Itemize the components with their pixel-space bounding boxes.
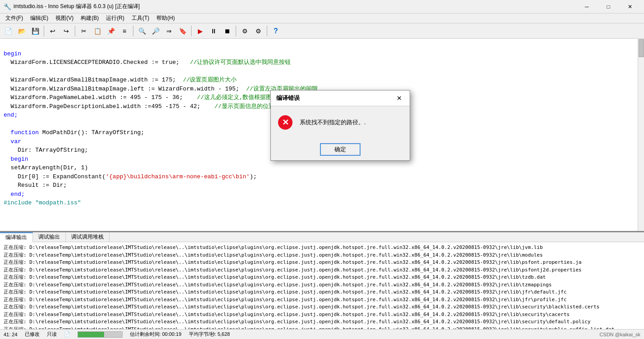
modal-title: 编译错误	[276, 94, 300, 102]
modal-body: ✕ 系统找不到指定的路径。.	[271, 106, 410, 139]
modal-footer: 确定	[271, 139, 410, 160]
modal-overlay: 编译错误 ✕ ✕ 系统找不到指定的路径。. 确定	[0, 0, 644, 339]
modal-message: 系统找不到指定的路径。.	[300, 118, 366, 127]
modal-title-bar: 编译错误 ✕	[271, 90, 410, 106]
modal-close-button[interactable]: ✕	[394, 93, 404, 103]
error-dialog: 编译错误 ✕ ✕ 系统找不到指定的路径。. 确定	[270, 90, 410, 161]
error-icon: ✕	[278, 115, 292, 130]
modal-ok-button[interactable]: 确定	[320, 143, 361, 156]
